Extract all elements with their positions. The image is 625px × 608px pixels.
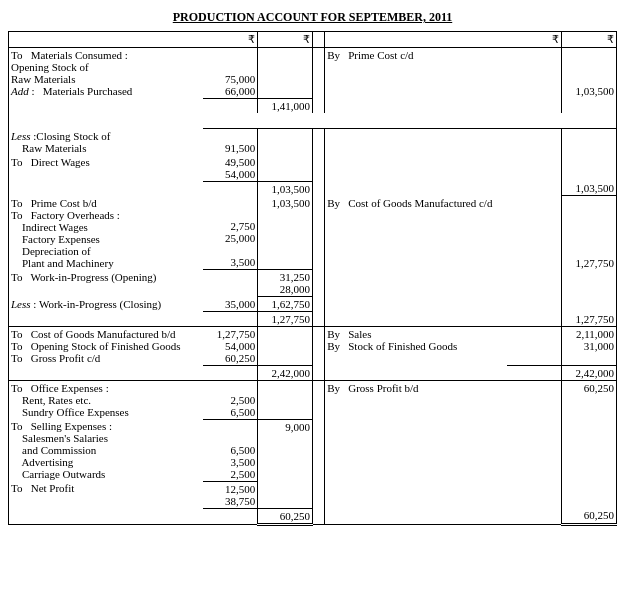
- final-total-row: 60,250 60,250: [9, 508, 617, 524]
- materials-total-row: 1,41,000: [9, 98, 617, 113]
- selling-exp-total-row: To Net Profit 12,50038,750: [9, 481, 617, 508]
- cogm-bd-row: To Cost of Goods Manufactured b/dTo Open…: [9, 327, 617, 366]
- header-row: ₹ ₹ ₹ ₹: [9, 32, 617, 48]
- prime-cost-bd-row: To Prime Cost b/dTo Factory Overheads : …: [9, 196, 617, 270]
- spacer1: [9, 113, 617, 129]
- office-exp-row: To Office Expenses : Rent, Rates etc. Su…: [9, 381, 617, 420]
- prime-cost-total-row: 1,03,500 1,03,500: [9, 181, 617, 196]
- factory-oh-total-row: To Work-in-Progress (Opening) 31,25028,0…: [9, 270, 617, 297]
- wip-total-row: Less : Work-in-Progress (Closing) 35,000…: [9, 297, 617, 312]
- cogm-total-row: 2,42,000 2,42,000: [9, 366, 617, 381]
- materials-consumed-row: To Materials Consumed :Opening Stock ofR…: [9, 48, 617, 99]
- office-exp-total-row: To Selling Expenses : Salesmen's Salarie…: [9, 419, 617, 481]
- wip-closing-total-row: 1,27,750 1,27,750: [9, 312, 617, 327]
- direct-wages-row: To Direct Wages 49,50054,000: [9, 155, 617, 182]
- page-title: PRODUCTION ACCOUNT FOR SEPTEMBER, 2011: [8, 10, 617, 25]
- less-closing-stock-row: Less :Closing Stock of Raw Materials 91,…: [9, 129, 617, 155]
